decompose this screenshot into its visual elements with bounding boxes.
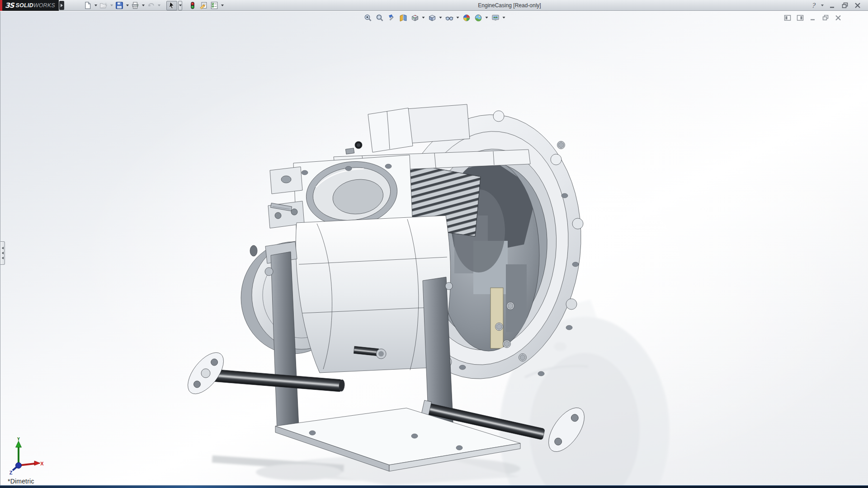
- view-orientation-button[interactable]: [410, 13, 420, 23]
- zoom-to-area-icon: [375, 14, 384, 22]
- options-dropdown[interactable]: [220, 1, 224, 10]
- hide-show-items-button[interactable]: [444, 13, 454, 23]
- help-dropdown[interactable]: [821, 5, 825, 6]
- triad-x-label: X: [40, 461, 44, 466]
- close-document-button[interactable]: [834, 14, 843, 22]
- new-document-button[interactable]: [83, 1, 93, 10]
- select-tool-dropdown[interactable]: [178, 1, 182, 10]
- zoom-to-fit-icon: [363, 14, 372, 22]
- apply-scene-dropdown[interactable]: [485, 13, 489, 23]
- undo-button[interactable]: [146, 1, 156, 10]
- document-window-controls: [783, 14, 843, 22]
- rebuild-traffic-light-icon: [189, 1, 197, 9]
- save-button[interactable]: [114, 1, 124, 10]
- solidworks-window: ЗS SOLID WORKS: [0, 0, 868, 488]
- svg-text:?: ?: [811, 2, 816, 9]
- solidworks-logo: ЗS SOLID WORKS: [0, 0, 59, 11]
- section-view-button[interactable]: [398, 13, 408, 23]
- close-button[interactable]: [853, 1, 863, 10]
- window-controls: ?: [808, 0, 863, 10]
- apply-scene-icon: [474, 14, 482, 22]
- heads-up-view-toolbar: [363, 13, 506, 23]
- select-tool-button[interactable]: [166, 1, 177, 10]
- view-orientation-dropdown[interactable]: [421, 13, 425, 23]
- hide-show-items-icon: [445, 14, 453, 22]
- apply-scene-button[interactable]: [473, 13, 483, 23]
- view-orientation-label: *Dimetric: [8, 478, 34, 485]
- view-settings-button[interactable]: [490, 13, 500, 23]
- logo-works-text: WORKS: [33, 2, 55, 9]
- restore-document-button[interactable]: [821, 14, 830, 22]
- print-button[interactable]: [130, 1, 140, 10]
- document-title: EngineCasing [Read-only]: [478, 2, 541, 9]
- undo-icon: [147, 1, 155, 9]
- expand-arrow-icon: [2, 252, 4, 254]
- minimize-button[interactable]: [827, 1, 837, 10]
- expand-right-pane-icon: [797, 14, 804, 21]
- undo-dropdown[interactable]: [157, 1, 161, 10]
- expand-arrow-icon: [2, 257, 4, 259]
- new-document-icon: [84, 1, 92, 9]
- zoom-to-fit-button[interactable]: [363, 13, 373, 23]
- display-style-dropdown[interactable]: [439, 13, 443, 23]
- standard-toolbar: [83, 0, 224, 10]
- logo-solid-text: SOLID: [15, 2, 33, 9]
- help-icon: ?: [810, 2, 817, 9]
- display-style-button[interactable]: [427, 13, 437, 23]
- engine-casing-model[interactable]: [0, 11, 868, 485]
- triad-y-label: Y: [17, 437, 20, 441]
- close-document-icon: [835, 14, 842, 21]
- restore-icon: [841, 2, 849, 9]
- logo-3ds-mark: ЗS: [5, 1, 14, 9]
- view-settings-icon: [491, 14, 500, 22]
- open-document-button[interactable]: [99, 1, 108, 10]
- rebuild-button[interactable]: [188, 1, 198, 10]
- expand-right-pane-button[interactable]: [796, 14, 805, 22]
- zoom-to-area-button[interactable]: [374, 13, 385, 23]
- help-button[interactable]: ?: [808, 1, 818, 10]
- previous-view-icon: [387, 14, 396, 22]
- minimize-document-button[interactable]: [808, 14, 817, 22]
- select-cursor-icon: [168, 1, 176, 9]
- restore-button[interactable]: [840, 1, 850, 10]
- collapse-left-pane-button[interactable]: [783, 14, 792, 22]
- menu-flyout-arrow[interactable]: [59, 1, 64, 10]
- open-document-dropdown[interactable]: [109, 1, 113, 10]
- edit-appearance-button[interactable]: [461, 13, 472, 23]
- edit-appearance-icon: [462, 14, 471, 22]
- taskbar-strip: [0, 485, 868, 488]
- view-settings-dropdown[interactable]: [502, 13, 506, 23]
- options-checklist-icon: [210, 1, 218, 9]
- minimize-icon: [829, 2, 836, 9]
- save-dropdown[interactable]: [125, 1, 129, 10]
- collapse-left-pane-icon: [784, 14, 791, 21]
- feature-manager-collapsed-tab[interactable]: [0, 241, 5, 265]
- expand-arrow-icon: [2, 247, 4, 249]
- print-icon: [131, 1, 139, 9]
- section-view-icon: [399, 14, 407, 22]
- file-properties-icon: [199, 1, 208, 9]
- restore-document-icon: [822, 14, 829, 21]
- previous-view-button[interactable]: [386, 13, 396, 23]
- display-style-icon: [428, 14, 436, 22]
- graphics-viewport[interactable]: Y X Z *Dimetric: [0, 11, 868, 485]
- reference-triad: Y X Z: [9, 437, 44, 474]
- titlebar: ЗS SOLID WORKS: [0, 0, 868, 11]
- options-button[interactable]: [209, 1, 219, 10]
- close-icon: [854, 2, 861, 9]
- print-dropdown[interactable]: [141, 1, 145, 10]
- hide-show-items-dropdown[interactable]: [456, 13, 460, 23]
- new-document-dropdown[interactable]: [94, 1, 98, 10]
- file-properties-button[interactable]: [198, 1, 208, 10]
- open-document-icon: [99, 1, 108, 9]
- view-orientation-icon: [410, 14, 419, 22]
- minimize-document-icon: [809, 14, 816, 21]
- save-icon: [115, 1, 123, 9]
- triad-z-label: Z: [9, 470, 13, 474]
